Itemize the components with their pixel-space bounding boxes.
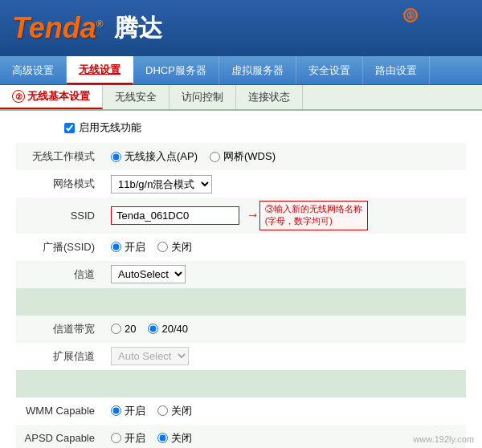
broadcast-off-label[interactable]: 关闭 bbox=[157, 240, 192, 255]
bandwidth-20-radio[interactable] bbox=[111, 324, 121, 334]
network-mode-select[interactable]: 11b/g/n混合模式 11b模式 11g模式 11n模式 bbox=[111, 175, 212, 193]
work-mode-value: 无线接入点(AP) 网桥(WDS) bbox=[104, 143, 466, 170]
ext-channel-row: 扩展信道 Auto Select bbox=[16, 343, 466, 370]
apsd-off-radio[interactable] bbox=[157, 433, 168, 443]
wmm-off-label[interactable]: 关闭 bbox=[157, 404, 192, 418]
bandwidth-2040-text: 20/40 bbox=[161, 323, 188, 335]
nav-item-advanced[interactable]: 高级设置 bbox=[0, 56, 67, 84]
work-mode-wds-radio[interactable] bbox=[210, 152, 220, 162]
sub-nav-basic[interactable]: ② 无线基本设置 bbox=[0, 85, 103, 109]
apsd-on-radio[interactable] bbox=[111, 433, 121, 443]
wmm-on-radio[interactable] bbox=[111, 405, 121, 416]
separator-row-1 bbox=[16, 288, 466, 316]
work-mode-wds-label[interactable]: 网桥(WDS) bbox=[210, 149, 276, 164]
network-mode-label: 网络模式 bbox=[16, 170, 104, 198]
wmm-off-radio[interactable] bbox=[157, 405, 168, 416]
nav-item-wireless[interactable]: 无线设置 bbox=[67, 56, 133, 84]
channel-row: 信道 AutoSelect 1 6 11 bbox=[16, 261, 466, 288]
bandwidth-label: 信道带宽 bbox=[16, 316, 104, 343]
bandwidth-2040-radio[interactable] bbox=[148, 324, 158, 334]
apsd-on-text: 开启 bbox=[125, 431, 145, 446]
nav-item-virtual[interactable]: 虚拟服务器 bbox=[219, 56, 296, 84]
sub-nav-access[interactable]: 访问控制 bbox=[170, 85, 236, 109]
network-mode-row: 网络模式 11b/g/n混合模式 11b模式 11g模式 11n模式 bbox=[16, 170, 466, 198]
broadcast-radio-group: 开启 关闭 bbox=[111, 240, 460, 255]
apsd-label: APSD Capable bbox=[16, 425, 104, 448]
wmm-value: 开启 关闭 bbox=[104, 397, 466, 425]
sub-nav-security[interactable]: 无线安全 bbox=[103, 85, 170, 109]
work-mode-radio-group: 无线接入点(AP) 网桥(WDS) bbox=[111, 149, 460, 164]
work-mode-ap-text: 无线接入点(AP) bbox=[125, 149, 198, 164]
ext-channel-value-cell: Auto Select bbox=[104, 343, 466, 370]
ssid-input[interactable] bbox=[111, 206, 239, 225]
broadcast-on-text: 开启 bbox=[125, 240, 145, 255]
apsd-value: 开启 关闭 bbox=[104, 425, 466, 448]
bandwidth-radio-group: 20 20/40 bbox=[111, 323, 460, 335]
enable-wireless-checkbox[interactable] bbox=[64, 123, 75, 133]
bandwidth-value: 20 20/40 bbox=[104, 316, 466, 343]
wmm-on-text: 开启 bbox=[125, 404, 145, 418]
separator-row-2 bbox=[16, 370, 466, 397]
channel-label: 信道 bbox=[16, 261, 104, 288]
sub-nav-circle: ② bbox=[12, 90, 25, 103]
ssid-annotation: → ③输入新的无线网络名称(字母，数字均可) bbox=[247, 201, 368, 230]
bandwidth-20-text: 20 bbox=[125, 323, 136, 335]
broadcast-label: 广播(SSID) bbox=[16, 234, 104, 261]
bandwidth-2040-label[interactable]: 20/40 bbox=[148, 323, 188, 335]
broadcast-row: 广播(SSID) 开启 关闭 bbox=[16, 234, 466, 261]
work-mode-ap-radio[interactable] bbox=[111, 152, 121, 162]
wmm-on-label[interactable]: 开启 bbox=[111, 404, 145, 418]
broadcast-on-label[interactable]: 开启 bbox=[111, 240, 145, 255]
ext-channel-select[interactable]: Auto Select bbox=[111, 347, 189, 365]
broadcast-off-radio[interactable] bbox=[157, 242, 168, 252]
wmm-row: WMM Capable 开启 关闭 bbox=[16, 397, 466, 425]
header: Tenda® 腾达 ① bbox=[0, 0, 482, 56]
apsd-radio-group: 开启 关闭 bbox=[111, 431, 460, 446]
logo-tenda-text: Tenda® bbox=[12, 11, 104, 45]
broadcast-value: 开启 关闭 bbox=[104, 234, 466, 261]
nav-item-security[interactable]: 安全设置 bbox=[296, 56, 363, 84]
apsd-off-label[interactable]: 关闭 bbox=[157, 431, 192, 446]
enable-wireless-row: 启用无线功能 bbox=[16, 120, 466, 135]
broadcast-off-text: 关闭 bbox=[171, 240, 192, 255]
apsd-row: APSD Capable 开启 关闭 bbox=[16, 425, 466, 448]
channel-value-cell: AutoSelect 1 6 11 bbox=[104, 261, 466, 288]
main-nav: 高级设置 无线设置 DHCP服务器 虚拟服务器 安全设置 路由设置 bbox=[0, 56, 482, 85]
wmm-label: WMM Capable bbox=[16, 397, 104, 425]
sub-nav-basic-label: 无线基本设置 bbox=[27, 89, 90, 104]
apsd-off-text: 关闭 bbox=[171, 431, 192, 446]
nav-item-route[interactable]: 路由设置 bbox=[363, 56, 430, 84]
wmm-radio-group: 开启 关闭 bbox=[111, 404, 460, 418]
bandwidth-row: 信道带宽 20 20/40 bbox=[16, 316, 466, 343]
logo-cn: 腾达 bbox=[114, 12, 162, 45]
broadcast-on-radio[interactable] bbox=[111, 242, 121, 252]
nav-item-dhcp[interactable]: DHCP服务器 bbox=[133, 56, 219, 84]
channel-select[interactable]: AutoSelect 1 6 11 bbox=[111, 265, 186, 283]
header-circle-num: ① bbox=[403, 8, 418, 22]
work-mode-wds-text: 网桥(WDS) bbox=[223, 149, 276, 164]
network-mode-value: 11b/g/n混合模式 11b模式 11g模式 11n模式 bbox=[104, 170, 466, 198]
sub-nav-connection[interactable]: 连接状态 bbox=[236, 85, 303, 109]
ext-channel-label: 扩展信道 bbox=[16, 343, 104, 370]
wmm-off-text: 关闭 bbox=[171, 404, 192, 418]
ssid-arrow-icon: → bbox=[247, 208, 259, 222]
ssid-row: SSID → ③输入新的无线网络名称(字母，数字均可) bbox=[16, 198, 466, 234]
watermark: www.192ly.com bbox=[413, 434, 474, 444]
sub-nav: ② 无线基本设置 无线安全 访问控制 连接状态 bbox=[0, 85, 482, 111]
ssid-label: SSID bbox=[16, 198, 104, 234]
logo: Tenda® 腾达 bbox=[12, 11, 162, 45]
work-mode-ap-label[interactable]: 无线接入点(AP) bbox=[111, 149, 198, 164]
ssid-annotation-box: ③输入新的无线网络名称(字母，数字均可) bbox=[259, 201, 368, 230]
work-mode-row: 无线工作模式 无线接入点(AP) 网桥(WDS) bbox=[16, 143, 466, 170]
enable-wireless-label: 启用无线功能 bbox=[79, 120, 141, 135]
apsd-on-label[interactable]: 开启 bbox=[111, 431, 145, 446]
ssid-value-cell: → ③输入新的无线网络名称(字母，数字均可) bbox=[104, 198, 466, 234]
content-area: 启用无线功能 无线工作模式 无线接入点(AP) 网桥(WDS) bbox=[0, 111, 482, 448]
bandwidth-20-label[interactable]: 20 bbox=[111, 323, 136, 335]
logo-en: Tenda bbox=[12, 11, 96, 44]
settings-table: 无线工作模式 无线接入点(AP) 网桥(WDS) 网络模式 bbox=[16, 143, 466, 448]
work-mode-label: 无线工作模式 bbox=[16, 143, 104, 170]
logo-reg: ® bbox=[96, 18, 104, 30]
